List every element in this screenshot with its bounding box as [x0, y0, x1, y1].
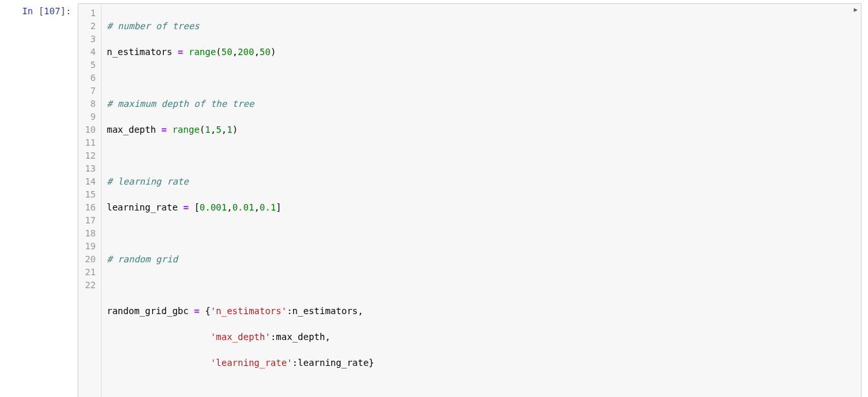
code-content[interactable]: # number of trees n_estimators = range(5…: [102, 4, 861, 397]
line-gutter: 12345678910111213141516171819202122: [78, 4, 102, 397]
input-prompt: In [107]:: [6, 3, 78, 16]
scroll-left-icon[interactable]: ◀: [861, 5, 862, 15]
code-cell-107: In [107]: 123456789101112131415161718192…: [6, 3, 862, 397]
code-editor[interactable]: 12345678910111213141516171819202122 # nu…: [78, 3, 862, 397]
scroll-right-icon[interactable]: ▶: [851, 5, 861, 15]
